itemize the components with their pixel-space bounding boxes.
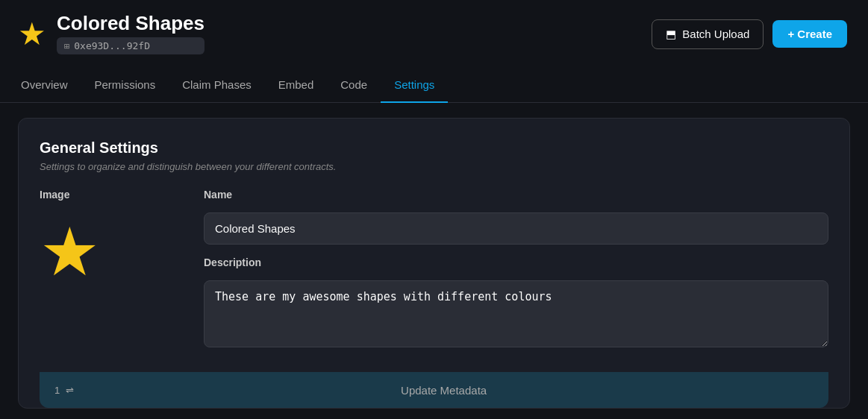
create-button[interactable]: + Create	[772, 20, 847, 48]
footer-bar: 1 ⇌ Update Metadata	[40, 372, 828, 408]
name-field: Name	[204, 189, 828, 245]
page-icon: ⇌	[66, 385, 74, 396]
tab-overview[interactable]: Overview	[18, 68, 81, 103]
tab-claim-phases[interactable]: Claim Phases	[169, 68, 265, 103]
settings-card: General Settings Settings to organize an…	[18, 118, 850, 409]
app-title: Colored Shapes	[57, 13, 204, 33]
fields-section: Name Description	[204, 189, 828, 372]
main-content: General Settings Settings to organize an…	[0, 103, 868, 409]
page-number: 1	[54, 385, 60, 396]
section-title: General Settings	[40, 139, 828, 157]
image-label: Image	[40, 189, 189, 201]
tab-permissions[interactable]: Permissions	[81, 68, 169, 103]
tab-settings[interactable]: Settings	[381, 68, 448, 103]
address-badge[interactable]: ⊞ 0xe93D...92fD	[57, 37, 204, 54]
header-left: ★ Colored Shapes ⊞ 0xe93D...92fD	[18, 13, 204, 54]
title-block: Colored Shapes ⊞ 0xe93D...92fD	[57, 13, 204, 54]
header: ★ Colored Shapes ⊞ 0xe93D...92fD ⬒ Batch…	[0, 0, 868, 68]
description-field: Description	[204, 256, 828, 347]
form-grid: Image ★ Name Description	[40, 189, 828, 372]
footer-left: 1 ⇌	[54, 385, 74, 396]
description-textarea[interactable]	[204, 280, 828, 347]
name-input[interactable]	[204, 212, 828, 245]
name-label: Name	[204, 189, 828, 201]
batch-upload-icon: ⬒	[666, 28, 676, 41]
image-section: Image ★	[40, 189, 189, 372]
address-text: 0xe93D...92fD	[74, 40, 150, 51]
navigation: Overview Permissions Claim Phases Embed …	[0, 68, 868, 103]
star-icon: ★	[18, 19, 46, 50]
tab-embed[interactable]: Embed	[265, 68, 328, 103]
batch-upload-button[interactable]: ⬒ Batch Upload	[652, 19, 764, 49]
description-label: Description	[204, 256, 828, 268]
batch-upload-label: Batch Upload	[682, 28, 749, 40]
section-subtitle: Settings to organize and distinguish bet…	[40, 161, 828, 172]
tab-code[interactable]: Code	[327, 68, 381, 103]
header-right: ⬒ Batch Upload + Create	[652, 19, 847, 49]
address-icon: ⊞	[64, 41, 69, 51]
image-star-icon: ★	[40, 218, 189, 286]
create-label: + Create	[787, 28, 832, 40]
update-metadata-button[interactable]: Update Metadata	[74, 384, 814, 397]
